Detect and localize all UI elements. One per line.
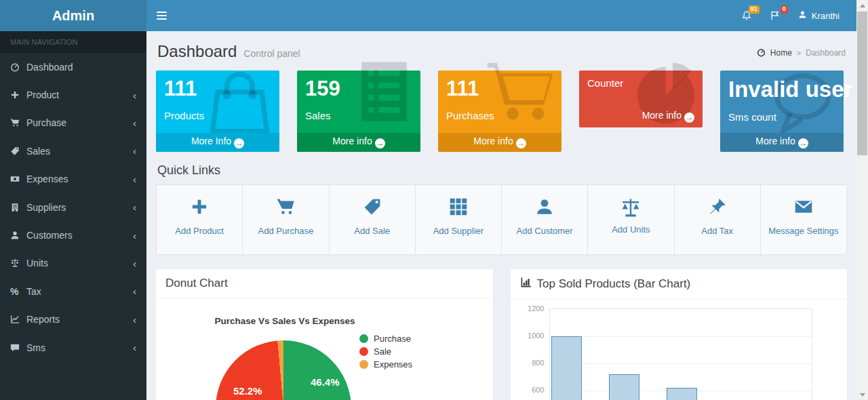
sidebar-item-product[interactable]: Product‹ — [0, 81, 146, 108]
quick-links: Add Product Add Purchase Add Sale Add Su… — [156, 184, 847, 255]
y-axis-tick: 1200 — [517, 304, 545, 313]
quick-links-title: Quick Links — [157, 163, 846, 178]
bar[interactable] — [667, 388, 697, 400]
quick-link-add-purchase[interactable]: Add Purchase — [242, 184, 329, 255]
comment-icon — [10, 343, 26, 353]
info-box-sales: 159 Sales More info→ — [297, 71, 420, 152]
slice-label: 52.2% — [233, 385, 262, 397]
more-info-link[interactable]: More info→ — [720, 133, 844, 152]
breadcrumb-home[interactable]: Home — [770, 48, 792, 58]
quick-link-add-customer[interactable]: Add Customer — [501, 184, 588, 255]
user-icon — [535, 196, 554, 218]
info-box-title: Counter — [579, 71, 703, 96]
bar[interactable] — [609, 374, 639, 400]
sidebar-item-reports[interactable]: Reports‹ — [0, 306, 146, 334]
legend-item[interactable]: Sale — [359, 345, 412, 358]
notifications-bell[interactable]: 91 — [741, 10, 752, 21]
chevron-left-icon: ‹ — [133, 174, 136, 184]
y-axis-tick: 800 — [517, 359, 545, 367]
quick-link-message-settings[interactable]: Message Settings — [760, 184, 847, 255]
bar[interactable] — [551, 336, 582, 400]
chevron-left-icon: ‹ — [133, 231, 136, 241]
arrow-circle-right-icon: → — [516, 138, 526, 148]
legend-item[interactable]: Expenses — [359, 358, 412, 371]
scroll-down-arrow[interactable] — [856, 389, 868, 400]
sidebar-item-purchase[interactable]: Purchase‹ — [0, 109, 146, 137]
sidebar-item-expenses[interactable]: Expenses‹ — [0, 165, 146, 193]
vertical-scrollbar[interactable] — [856, 0, 868, 400]
more-info-link[interactable]: More info→ — [438, 133, 561, 152]
chevron-left-icon: ‹ — [133, 342, 136, 353]
panel-title: Top Sold Products (Bar Chart) — [537, 277, 691, 291]
legend-swatch — [359, 347, 368, 356]
bar-chart-icon — [520, 277, 532, 292]
flag-messages[interactable]: 0 — [770, 10, 781, 21]
info-box-label: Sales — [305, 110, 412, 121]
scales-icon — [620, 196, 642, 220]
more-info-link[interactable]: More info→ — [297, 133, 420, 152]
y-axis-tick: 1000 — [517, 332, 545, 340]
user-icon — [10, 231, 26, 240]
pin-icon — [708, 196, 727, 218]
tags-icon — [363, 196, 382, 218]
info-box-value: 111 — [446, 77, 553, 100]
info-box-sms-count: Invalid user c Sms count More info→ — [720, 71, 844, 152]
chart-line-icon — [10, 315, 26, 324]
donut-chart-panel: Donut Chart Purchase Vs Sales Vs Expense… — [156, 269, 493, 400]
quick-link-add-units[interactable]: Add Units — [587, 184, 674, 255]
sidebar-toggle-icon[interactable] — [146, 0, 177, 31]
sidebar-item-units[interactable]: Units‹ — [0, 249, 146, 277]
chevron-left-icon: ‹ — [133, 90, 136, 100]
sidebar-item-tax[interactable]: % Tax‹ — [0, 277, 146, 305]
building-icon — [10, 203, 26, 212]
chevron-left-icon: ‹ — [133, 118, 136, 128]
sidebar-item-customers[interactable]: Customers‹ — [0, 221, 146, 249]
info-box-products: 111 Products More Info→ — [156, 71, 279, 152]
percent-icon: % — [10, 286, 26, 297]
scales-icon — [10, 258, 26, 268]
breadcrumb-current: Dashboard — [806, 48, 846, 58]
quick-link-add-supplier[interactable]: Add Supplier — [415, 184, 502, 255]
cart-icon — [276, 196, 295, 218]
scrollbar-thumb[interactable] — [857, 12, 867, 155]
arrow-circle-right-icon: → — [684, 113, 694, 123]
quick-link-add-sale[interactable]: Add Sale — [329, 184, 416, 255]
info-box-value: Invalid user c — [728, 77, 835, 102]
chart-legend: Purchase Sale Expenses — [359, 332, 412, 371]
sidebar-item-sales[interactable]: Sales‹ — [0, 137, 146, 165]
flag-icon — [770, 10, 781, 21]
user-menu[interactable]: Kranthi — [798, 10, 840, 21]
y-axis-tick: 600 — [517, 386, 545, 394]
info-box-purchases: 111 Purchases More info→ — [438, 71, 561, 152]
more-info-link[interactable]: More Info→ — [156, 133, 279, 152]
quick-link-add-tax[interactable]: Add Tax — [674, 184, 761, 255]
info-box-counter: Counter More info→ — [579, 71, 703, 127]
scroll-up-arrow[interactable] — [856, 0, 868, 11]
chevron-left-icon: ‹ — [133, 146, 136, 156]
page-subtitle: Control panel — [243, 48, 300, 59]
info-box-label: Sms count — [728, 111, 835, 123]
sidebar: MAIN NAVIGATION Dashboard‹ Product‹ Purc… — [0, 31, 146, 400]
brand-logo[interactable]: Admin — [0, 0, 146, 31]
bell-badge: 91 — [749, 5, 760, 14]
arrow-circle-right-icon: → — [798, 138, 808, 148]
sidebar-item-dashboard[interactable]: Dashboard‹ — [0, 53, 146, 81]
chevron-left-icon: ‹ — [133, 258, 136, 268]
info-box-label: Products — [164, 110, 271, 121]
legend-item[interactable]: Purchase — [359, 332, 412, 345]
legend-swatch — [359, 360, 368, 369]
sidebar-item-suppliers[interactable]: Suppliers‹ — [0, 193, 146, 221]
arrow-circle-right-icon: → — [375, 138, 385, 148]
breadcrumb: Home > Dashboard — [757, 48, 846, 58]
quick-link-add-product[interactable]: Add Product — [156, 184, 243, 255]
legend-swatch — [359, 334, 368, 343]
sidebar-item-sms[interactable]: Sms‹ — [0, 334, 146, 361]
arrow-circle-right-icon: → — [234, 138, 244, 148]
donut-pie[interactable]: 46.4% 52.2% — [216, 340, 351, 400]
bar-plot[interactable] — [549, 308, 812, 400]
chevron-left-icon: ‹ — [133, 286, 136, 296]
more-info-link[interactable]: More info→ — [642, 110, 694, 123]
slice-label: 46.4% — [311, 376, 340, 388]
cart-icon — [10, 118, 26, 127]
money-icon — [10, 174, 26, 184]
